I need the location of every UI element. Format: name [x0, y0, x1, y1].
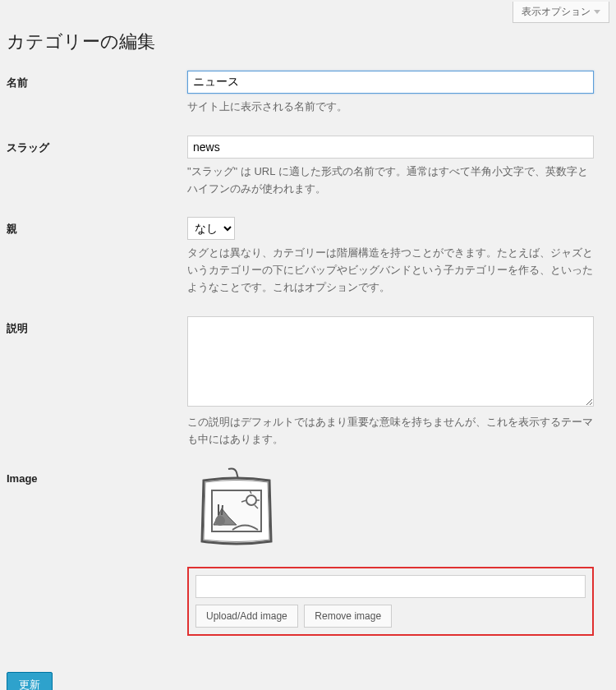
image-preview — [187, 467, 286, 560]
upload-add-image-button[interactable]: Upload/Add image — [195, 605, 298, 628]
name-input[interactable] — [187, 71, 594, 94]
name-label: 名前 — [7, 71, 187, 90]
image-label: Image — [7, 467, 187, 485]
parent-description: タグとは異なり、カテゴリーは階層構造を持つことができます。たとえば、ジャズという… — [187, 245, 594, 296]
svg-point-1 — [215, 516, 225, 526]
image-controls-highlight: Upload/Add image Remove image — [187, 567, 594, 636]
parent-select[interactable]: なし — [187, 217, 235, 240]
remove-image-button[interactable]: Remove image — [304, 605, 392, 628]
description-help: この説明はデフォルトではあまり重要な意味を持ちませんが、これを表示するテーマも中… — [187, 414, 594, 448]
name-description: サイト上に表示される名前です。 — [187, 99, 594, 116]
image-path-input[interactable] — [195, 575, 586, 598]
description-label: 説明 — [7, 316, 187, 336]
slug-description: "スラッグ" は URL に適した形式の名前です。通常はすべて半角小文字で、英数… — [187, 163, 594, 198]
page-title: カテゴリーの編集 — [7, 30, 609, 54]
description-textarea[interactable] — [187, 316, 594, 407]
screen-options-button[interactable]: 表示オプション — [513, 2, 609, 23]
chevron-down-icon — [594, 10, 600, 14]
slug-label: スラッグ — [7, 136, 187, 155]
submit-button[interactable]: 更新 — [7, 672, 53, 690]
parent-label: 親 — [7, 217, 187, 237]
screen-options-label: 表示オプション — [522, 5, 591, 19]
slug-input[interactable] — [187, 136, 594, 159]
